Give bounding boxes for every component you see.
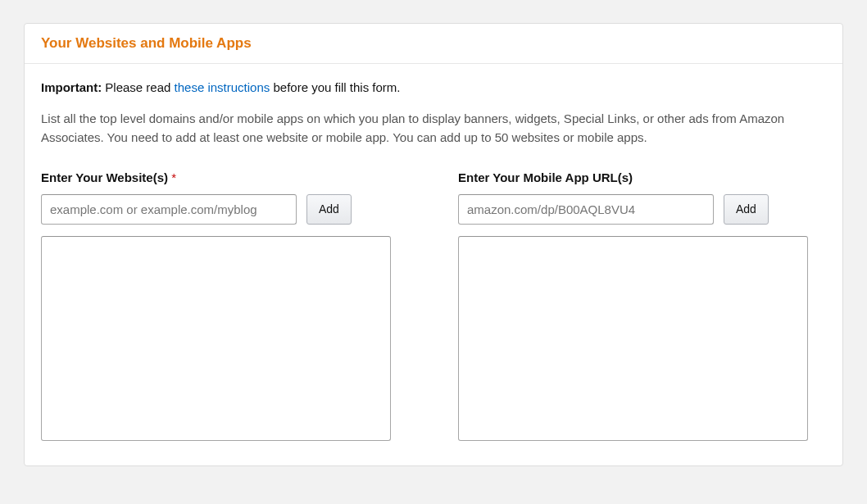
panel: Your Websites and Mobile Apps Important:…: [24, 23, 843, 466]
website-input[interactable]: [41, 194, 297, 225]
important-label: Important:: [41, 80, 102, 94]
required-mark: *: [171, 170, 176, 184]
apps-column: Enter Your Mobile App URL(s) Add: [458, 170, 826, 441]
apps-input-row: Add: [458, 194, 826, 225]
important-note: Important: Please read these instruction…: [41, 80, 826, 94]
panel-header: Your Websites and Mobile Apps: [25, 24, 842, 64]
instructions-link[interactable]: these instructions: [175, 80, 270, 94]
websites-label-text: Enter Your Website(s): [41, 170, 171, 184]
websites-label: Enter Your Website(s) *: [41, 170, 409, 184]
important-text-before: Please read: [102, 80, 174, 94]
columns: Enter Your Website(s) * Add Enter Your M…: [41, 170, 826, 441]
important-text-after: before you fill this form.: [270, 80, 400, 94]
add-app-button[interactable]: Add: [724, 194, 769, 225]
apps-label: Enter Your Mobile App URL(s): [458, 170, 826, 184]
app-url-input[interactable]: [458, 194, 714, 225]
add-website-button[interactable]: Add: [306, 194, 352, 225]
panel-title: Your Websites and Mobile Apps: [41, 35, 826, 52]
description-text: List all the top level domains and/or mo…: [41, 109, 826, 148]
websites-column: Enter Your Website(s) * Add: [41, 170, 409, 441]
panel-body: Important: Please read these instruction…: [25, 64, 842, 465]
apps-label-text: Enter Your Mobile App URL(s): [458, 170, 633, 184]
websites-input-row: Add: [41, 194, 409, 225]
websites-listbox[interactable]: [41, 236, 391, 441]
apps-listbox[interactable]: [458, 236, 808, 441]
